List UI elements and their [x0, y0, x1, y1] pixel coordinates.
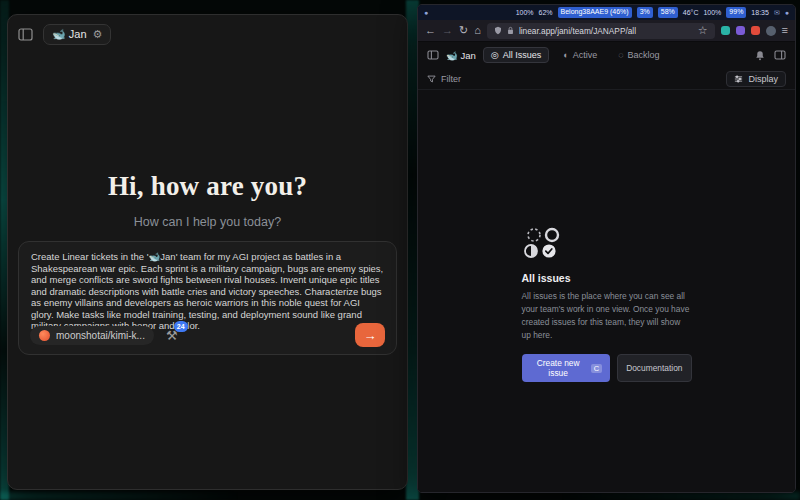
chat-composer[interactable]: Create Linear tickets in the '🐋Jan' team…	[18, 241, 397, 355]
backlog-icon: ◌	[618, 50, 623, 60]
browser-window: ● 100% 62% Belong38AAE9 (46%) 3% 58% 46°…	[417, 4, 796, 493]
secondary-battery-percentage: 62%	[539, 9, 553, 16]
assistant-selector[interactable]: 🐋 Jan ⚙	[43, 24, 111, 45]
lock-icon	[507, 26, 514, 35]
display-button[interactable]: Display	[726, 71, 786, 87]
filter-funnel-icon	[427, 75, 436, 83]
bookmark-star-icon[interactable]: ☆	[698, 25, 708, 36]
tab-backlog-label: Backlog	[628, 50, 660, 60]
documentation-button[interactable]: Documentation	[617, 354, 691, 382]
create-new-issue-button[interactable]: Create new issue C	[522, 354, 611, 382]
tab-active[interactable]: ◐ Active	[556, 48, 604, 62]
linear-header: 🐋 Jan ◎ All Issues ◐ Active ◌ Backlog	[418, 42, 795, 68]
jan-app-window: 🐋 Jan ⚙ Hi, how are you? How can I help …	[7, 14, 408, 490]
assistant-label: 🐋 Jan	[52, 28, 87, 41]
system-status-bar: ● 100% 62% Belong38AAE9 (46%) 3% 58% 46°…	[418, 5, 795, 20]
active-icon: ◐	[563, 50, 568, 60]
tab-active-label: Active	[573, 50, 598, 60]
shortcut-key-badge: C	[591, 364, 602, 373]
battery-percentage: 100%	[516, 9, 534, 16]
brightness-readout: 100%	[703, 9, 721, 16]
mail-icon[interactable]: ✉	[774, 9, 780, 17]
send-button[interactable]: →	[355, 323, 385, 347]
linear-app: 🐋 Jan ◎ All Issues ◐ Active ◌ Backlog	[418, 42, 795, 492]
home-button[interactable]: ⌂	[474, 25, 481, 36]
documentation-label: Documentation	[626, 363, 682, 373]
back-button[interactable]: ←	[425, 25, 436, 36]
all-issues-icon: ◎	[491, 50, 499, 60]
linear-sidebar-toggle-icon[interactable]	[427, 50, 439, 60]
gear-icon[interactable]: ⚙	[93, 28, 103, 41]
greeting-title: Hi, how are you?	[8, 171, 407, 202]
empty-state-title: All issues	[522, 272, 692, 284]
model-provider-icon	[39, 330, 50, 341]
notifications-bell-icon[interactable]	[755, 50, 765, 61]
tab-all-issues-label: All Issues	[503, 50, 542, 60]
browser-toolbar: ← → ↻ ⌂ linear.app/jani/team/JANAPP/all	[418, 20, 795, 42]
url-bar[interactable]: linear.app/jani/team/JANAPP/all ☆	[487, 23, 715, 39]
send-arrow-icon: →	[364, 328, 377, 343]
display-label: Display	[748, 74, 778, 84]
empty-state: All issues All issues is the place where…	[522, 226, 692, 382]
model-selector[interactable]: moonshotai/kimi-k...	[30, 326, 154, 345]
filter-label: Filter	[441, 74, 461, 84]
status-dot-icon: ●	[424, 9, 428, 16]
extension-icon-red[interactable]	[751, 26, 760, 35]
model-name: moonshotai/kimi-k...	[56, 330, 145, 341]
temperature-readout: 46°C	[683, 9, 699, 16]
create-new-issue-label: Create new issue	[530, 358, 587, 378]
right-panel-toggle-icon[interactable]	[774, 50, 786, 60]
extension-icon-teal[interactable]	[721, 26, 730, 35]
wifi-network-badge[interactable]: Belong38AAE9 (46%)	[558, 7, 632, 17]
greeting-subtitle: How can I help you today?	[8, 215, 407, 229]
wallpaper-glow-bottom	[0, 492, 800, 500]
reload-button[interactable]: ↻	[459, 25, 468, 36]
display-sliders-icon	[734, 75, 743, 83]
tray-dot-icon[interactable]: ●	[785, 9, 789, 16]
empty-state-actions: Create new issue C Documentation	[522, 354, 692, 382]
tab-backlog[interactable]: ◌ Backlog	[611, 48, 666, 62]
shield-icon[interactable]	[494, 26, 502, 35]
tools-button[interactable]: ⚒ 24	[166, 328, 178, 343]
greeting-block: Hi, how are you? How can I help you toda…	[8, 171, 407, 229]
forward-button[interactable]: →	[442, 25, 453, 36]
tools-count-badge: 24	[174, 321, 188, 332]
empty-state-description: All issues is the place where you can se…	[522, 290, 692, 342]
url-text[interactable]: linear.app/jani/team/JANAPP/all	[519, 26, 693, 36]
filter-button[interactable]: Filter	[427, 74, 461, 84]
cpu-usage-badge: 3%	[637, 7, 653, 17]
menu-icon[interactable]: ≡	[782, 25, 788, 36]
chat-input[interactable]: Create Linear tickets in the '🐋Jan' team…	[31, 251, 384, 331]
memory-usage-badge: 58%	[658, 7, 678, 17]
issue-status-illustration	[522, 226, 568, 260]
filter-bar: Filter Display	[418, 68, 795, 90]
desktop: 🐋 Jan ⚙ Hi, how are you? How can I help …	[0, 0, 800, 500]
clock: 18:35	[751, 9, 769, 16]
team-label[interactable]: 🐋 Jan	[446, 50, 476, 61]
sidebar-toggle-icon[interactable]	[18, 28, 33, 41]
profile-avatar[interactable]	[766, 26, 776, 36]
tab-all-issues[interactable]: ◎ All Issues	[483, 47, 549, 63]
volume-badge: 99%	[726, 7, 746, 17]
linear-content: All issues All issues is the place where…	[418, 90, 795, 492]
composer-toolbar: moonshotai/kimi-k... ⚒ 24 →	[30, 323, 385, 347]
linear-header-actions	[755, 50, 786, 61]
jan-topbar: 🐋 Jan ⚙	[8, 15, 407, 54]
extension-icon-purple[interactable]	[736, 26, 745, 35]
